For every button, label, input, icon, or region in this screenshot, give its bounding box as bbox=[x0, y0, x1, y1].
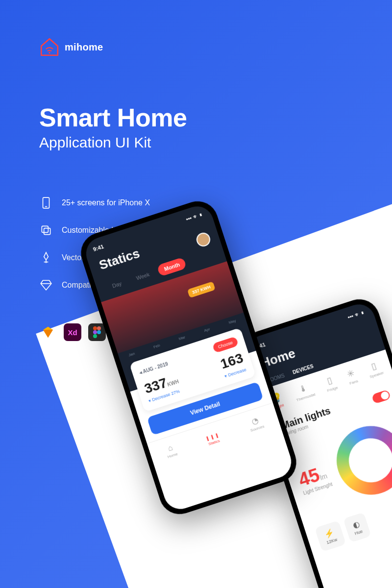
fan-icon: ✳ bbox=[345, 367, 357, 380]
fridge-icon: ▯ bbox=[323, 374, 337, 388]
feature-item: 25+ screens for iPhone X bbox=[39, 196, 188, 210]
svg-rect-4 bbox=[44, 228, 50, 235]
layers-icon bbox=[39, 223, 53, 237]
dot-pattern bbox=[299, 186, 353, 240]
chip-hue[interactable]: ◐Hue bbox=[343, 512, 371, 542]
svg-point-12 bbox=[93, 334, 97, 338]
tab-month[interactable]: Month bbox=[157, 257, 187, 276]
feature-text: 25+ screens for iPhone X bbox=[62, 198, 150, 207]
chart-tooltip: 337 KWH bbox=[187, 281, 216, 298]
svg-point-11 bbox=[97, 330, 101, 334]
light-toggle[interactable] bbox=[371, 390, 391, 404]
logo: mihome bbox=[39, 37, 103, 57]
svg-point-9 bbox=[97, 326, 101, 330]
stat-kwh: 337KWH ▾ Decrease 27% bbox=[143, 371, 182, 404]
svg-point-0 bbox=[49, 52, 50, 53]
pen-icon bbox=[39, 251, 53, 265]
status-time: 9:41 bbox=[92, 244, 104, 252]
tab-day[interactable]: Day bbox=[105, 276, 129, 294]
device-fans[interactable]: ✳Fans bbox=[345, 367, 358, 386]
hue-icon: ◐ bbox=[351, 519, 362, 530]
nav-statics[interactable]: ╻╻╻Statics bbox=[203, 428, 222, 447]
chip-power[interactable]: ⚡12Kw bbox=[315, 520, 346, 552]
device-speaker[interactable]: ▯Speaker bbox=[365, 359, 384, 379]
device-fridge[interactable]: ▯Fridge bbox=[323, 374, 339, 393]
phone-icon bbox=[39, 196, 53, 210]
hero-subtitle: Application UI Kit bbox=[39, 134, 187, 151]
xd-icon: Xd bbox=[64, 323, 81, 341]
sketch-icon bbox=[39, 323, 57, 341]
hero-title: Smart Home bbox=[39, 103, 187, 132]
svg-rect-3 bbox=[42, 226, 48, 232]
tool-icons: Xd bbox=[39, 323, 106, 341]
svg-point-8 bbox=[93, 326, 97, 330]
diamond-icon bbox=[39, 278, 53, 292]
nav-sources[interactable]: ◔Sources bbox=[246, 414, 265, 433]
nav-home[interactable]: ⌂Home bbox=[164, 442, 179, 460]
device-thermostat[interactable]: 🌡Thermostat bbox=[292, 381, 316, 403]
logo-text: mihome bbox=[65, 42, 103, 53]
card-date: ◂ AUG - 2019 bbox=[139, 361, 169, 375]
hero: Smart Home Application UI Kit bbox=[39, 103, 187, 151]
stat-secondary: 163 ▾ Decrease bbox=[219, 350, 247, 379]
house-wifi-icon bbox=[39, 37, 60, 57]
choose-button[interactable]: Choose bbox=[212, 336, 239, 353]
color-wheel[interactable] bbox=[328, 417, 392, 503]
svg-point-10 bbox=[93, 330, 97, 334]
tab-week[interactable]: Week bbox=[129, 267, 157, 286]
